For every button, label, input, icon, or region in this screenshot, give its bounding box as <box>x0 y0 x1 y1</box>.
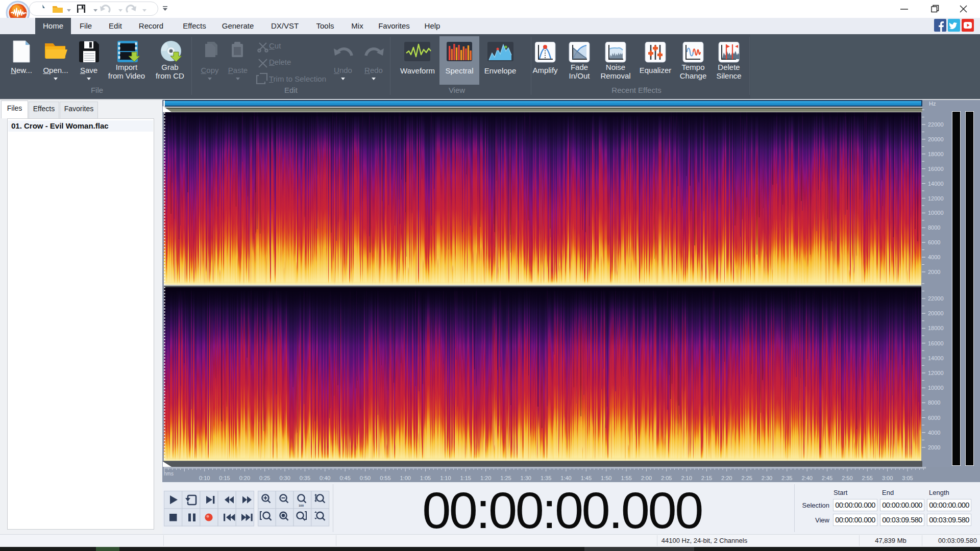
svg-text:22000: 22000 <box>928 295 944 302</box>
svg-text:0:55: 0:55 <box>380 475 390 481</box>
svg-text:12000: 12000 <box>928 195 944 202</box>
svg-text:2:15: 2:15 <box>701 475 712 481</box>
svg-text:16000: 16000 <box>928 340 944 346</box>
svg-text:14000: 14000 <box>928 355 944 361</box>
svg-text:1:00: 1:00 <box>400 475 410 481</box>
svg-text:6000: 6000 <box>928 415 940 421</box>
svg-text:Hz: Hz <box>929 101 936 107</box>
svg-text:0:10: 0:10 <box>199 475 210 481</box>
svg-text:6000: 6000 <box>928 239 940 245</box>
svg-text:8000: 8000 <box>928 399 940 406</box>
svg-text:4000: 4000 <box>928 254 940 260</box>
svg-text:1:30: 1:30 <box>521 475 531 481</box>
svg-text:3:05: 3:05 <box>902 475 913 481</box>
svg-text:1:50: 1:50 <box>601 475 611 481</box>
svg-text:1:25: 1:25 <box>500 475 511 481</box>
svg-text:0:20: 0:20 <box>239 475 250 481</box>
svg-text:12000: 12000 <box>928 370 944 376</box>
svg-text:0:30: 0:30 <box>279 475 290 481</box>
svg-text:3:00: 3:00 <box>882 475 893 481</box>
svg-text:8000: 8000 <box>928 224 940 231</box>
svg-text:10000: 10000 <box>928 210 944 216</box>
svg-text:0:25: 0:25 <box>259 475 270 481</box>
svg-text:10000: 10000 <box>928 385 944 391</box>
svg-text:1:55: 1:55 <box>621 475 631 481</box>
svg-text:2:10: 2:10 <box>681 475 692 481</box>
svg-text:100: 100 <box>299 504 304 507</box>
svg-text:1:35: 1:35 <box>541 475 551 481</box>
svg-text:2:55: 2:55 <box>862 475 872 481</box>
svg-text:20000: 20000 <box>928 136 944 142</box>
svg-text:0:40: 0:40 <box>320 475 330 481</box>
svg-text:hms: hms <box>164 471 174 477</box>
svg-text:2:25: 2:25 <box>741 475 752 481</box>
svg-text:2:35: 2:35 <box>781 475 792 481</box>
svg-text:1:05: 1:05 <box>420 475 431 481</box>
svg-text:4000: 4000 <box>928 430 940 436</box>
svg-text:2:50: 2:50 <box>842 475 852 481</box>
svg-text:0:15: 0:15 <box>219 475 230 481</box>
svg-text:1:40: 1:40 <box>560 475 571 481</box>
svg-text:22000: 22000 <box>928 121 944 128</box>
svg-text:1:20: 1:20 <box>480 475 491 481</box>
svg-text:18000: 18000 <box>928 151 944 157</box>
svg-text:1:15: 1:15 <box>460 475 471 481</box>
svg-text:18000: 18000 <box>928 325 944 331</box>
svg-text:2:40: 2:40 <box>801 475 812 481</box>
svg-text:2000: 2000 <box>928 444 940 450</box>
svg-text:2:05: 2:05 <box>661 475 672 481</box>
svg-text:2:45: 2:45 <box>822 475 832 481</box>
svg-text:16000: 16000 <box>928 166 944 172</box>
svg-text:1:10: 1:10 <box>440 475 451 481</box>
svg-text:2:30: 2:30 <box>762 475 772 481</box>
svg-text:2000: 2000 <box>928 269 940 275</box>
svg-text:20000: 20000 <box>928 310 944 316</box>
svg-text:2:00: 2:00 <box>641 475 652 481</box>
svg-text:14000: 14000 <box>928 181 944 187</box>
svg-text:2:20: 2:20 <box>721 475 732 481</box>
svg-text:0:45: 0:45 <box>339 475 350 481</box>
svg-text:0:50: 0:50 <box>360 475 371 481</box>
svg-text:1:45: 1:45 <box>581 475 592 481</box>
svg-text:0:35: 0:35 <box>300 475 310 481</box>
